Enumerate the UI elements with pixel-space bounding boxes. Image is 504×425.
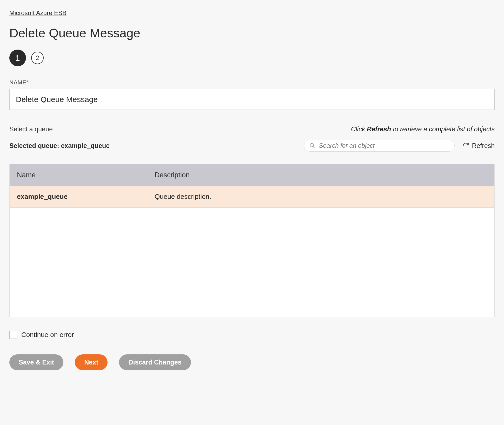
step-1[interactable]: 1 (9, 50, 26, 66)
table-header: Name Description (10, 164, 494, 186)
step-connector (26, 58, 31, 58)
name-input[interactable] (9, 89, 495, 110)
refresh-hint: Click Refresh to retrieve a complete lis… (351, 125, 495, 133)
selected-queue-row: Selected queue: example_queue Refresh (9, 140, 495, 152)
table-row[interactable]: example_queue Queue description. (10, 186, 494, 208)
svg-line-1 (313, 146, 315, 148)
required-indicator: * (26, 79, 29, 86)
search-input[interactable] (319, 142, 449, 149)
continue-on-error-option: Continue on error (9, 331, 495, 339)
search-box[interactable] (304, 140, 455, 152)
column-header-name[interactable]: Name (10, 164, 147, 186)
name-field-group: NAME* (9, 79, 495, 110)
name-field-label: NAME* (9, 79, 495, 86)
selected-prefix: Selected queue: (9, 142, 61, 149)
svg-point-0 (310, 144, 314, 147)
column-header-description[interactable]: Description (147, 164, 494, 186)
search-icon (309, 143, 315, 149)
step-2[interactable]: 2 (31, 52, 44, 64)
refresh-icon (462, 142, 469, 149)
cell-queue-name: example_queue (10, 186, 147, 207)
name-label-text: NAME (9, 79, 26, 86)
continue-on-error-checkbox[interactable] (9, 331, 17, 339)
continue-on-error-label: Continue on error (21, 331, 74, 339)
discard-changes-button[interactable]: Discard Changes (119, 354, 191, 370)
select-queue-label: Select a queue (9, 125, 53, 133)
action-buttons: Save & Exit Next Discard Changes (9, 354, 495, 370)
queue-select-header: Select a queue Click Refresh to retrieve… (9, 125, 495, 133)
hint-prefix: Click (351, 125, 367, 133)
save-exit-button[interactable]: Save & Exit (9, 354, 63, 370)
refresh-button[interactable]: Refresh (462, 142, 495, 150)
selected-value: example_queue (61, 142, 110, 149)
hint-suffix: to retrieve a complete list of objects (391, 125, 495, 133)
queue-table: Name Description example_queue Queue des… (9, 164, 495, 317)
hint-bold: Refresh (367, 125, 391, 133)
cell-queue-description: Queue description. (147, 186, 494, 207)
breadcrumb: Microsoft Azure ESB (9, 9, 495, 17)
breadcrumb-link-azure-esb[interactable]: Microsoft Azure ESB (9, 9, 67, 16)
page-title: Delete Queue Message (9, 26, 495, 40)
next-button[interactable]: Next (75, 354, 108, 370)
stepper: 1 2 (9, 50, 495, 66)
selected-queue-label: Selected queue: example_queue (9, 142, 110, 150)
search-refresh-group: Refresh (304, 140, 495, 152)
refresh-label: Refresh (472, 142, 495, 150)
